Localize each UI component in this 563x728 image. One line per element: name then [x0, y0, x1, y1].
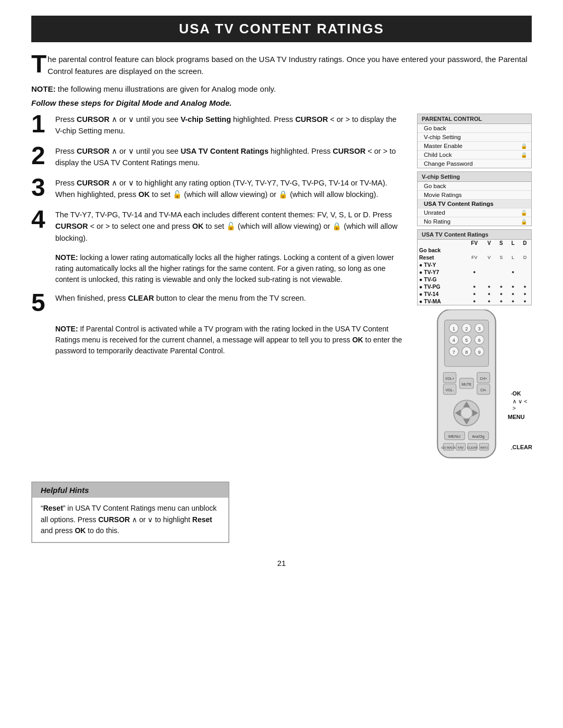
step-4-number: 4 — [31, 207, 50, 232]
remote-area: 1 2 3 4 5 6 7 8 — [417, 310, 532, 466]
table-row: ● TV-G — [418, 276, 531, 283]
panel2-item-usatv: USA TV Content Ratings — [418, 200, 531, 208]
step-1: 1 Press CURSOR ∧ or ∨ until you see V-ch… — [31, 114, 405, 137]
panel-parental-control: PARENTAL CONTROL Go back V-chip Setting … — [417, 114, 532, 168]
row-tvy7: ● TV-Y7 — [418, 268, 466, 276]
helpful-hints-title: Helpful Hints — [41, 486, 89, 495]
step-2: 2 Press CURSOR ∧ or ∨ until you see USA … — [31, 145, 405, 169]
intro-paragraph: T he parental control feature can block … — [31, 54, 532, 77]
th-empty — [418, 240, 466, 246]
table-row: ● TV-PG ● ● ● ● ● — [418, 283, 531, 290]
step-5: 5 When finished, press CLEAR button to c… — [31, 292, 405, 315]
step-3-text: Press CURSOR ∧ or ∨ to highlight any rat… — [55, 177, 405, 201]
ok-label: OK — [512, 390, 521, 397]
row-tv14: ● TV-14 — [418, 290, 466, 298]
note1-text: the following menu illustrations are giv… — [58, 84, 276, 93]
th-fv: FV — [466, 240, 483, 246]
svg-text:GO BACK: GO BACK — [441, 446, 456, 449]
svg-text:VOL+: VOL+ — [445, 377, 454, 380]
clear-label: CLEAR — [512, 444, 532, 450]
lock-icon: 🔒 — [521, 143, 527, 149]
row-tvpg: ● TV-PG — [418, 283, 466, 290]
big-letter: T — [31, 52, 46, 77]
menu-label: MENU — [508, 414, 524, 420]
bottom-row: Helpful Hints “Reset” in USA TV Content … — [31, 471, 532, 543]
svg-text:5: 5 — [466, 338, 468, 343]
page-number: 21 — [31, 559, 532, 567]
note3: NOTE: If Parental Control is activated w… — [31, 324, 405, 356]
svg-text:9: 9 — [478, 350, 481, 355]
svg-text:4: 4 — [452, 338, 455, 343]
row-tvg: ● TV-G — [418, 276, 466, 283]
note2: NOTE: locking a lower rating automatical… — [31, 252, 405, 285]
svg-text:8: 8 — [466, 350, 468, 355]
step-5-text: When finished, press CLEAR button to cle… — [55, 292, 306, 304]
panel2-title: V-chip Setting — [418, 172, 531, 182]
page-title: USA TV CONTENT RATINGS — [31, 16, 532, 42]
svg-text:6: 6 — [478, 338, 481, 343]
step-4-text: The TV-Y7, TV-PG, TV-14 and TV-MA each i… — [55, 209, 405, 244]
panel1-item-master: Master Enable 🔒 — [418, 142, 531, 151]
panel1-item-goback: Go back — [418, 124, 531, 133]
intro-text: he parental control feature can block pr… — [47, 55, 527, 76]
table-row: Reset FV V S L D — [418, 254, 531, 261]
lock-icon2: 🔒 — [521, 152, 527, 158]
th-l: L — [507, 240, 519, 246]
main-content: 1 Press CURSOR ∧ or ∨ until you see V-ch… — [31, 114, 532, 466]
step-4: 4 The TV-Y7, TV-PG, TV-14 and TV-MA each… — [31, 209, 405, 244]
svg-text:1: 1 — [452, 326, 455, 331]
th-d: D — [519, 240, 531, 246]
table-row: Go back — [418, 246, 531, 254]
cursor-label: ∧ ∨ < > — [512, 398, 532, 411]
row-tvma: ● TV-MA — [418, 298, 466, 305]
panel2-item-movie: Movie Ratings — [418, 191, 531, 200]
row-reset: Reset — [418, 254, 466, 261]
note1: NOTE: the following menu illustrations a… — [31, 84, 532, 93]
panel2-item-norating: No Rating 🔒 — [418, 217, 531, 226]
svg-text:2: 2 — [466, 326, 468, 331]
step-1-number: 1 — [31, 112, 50, 137]
step-2-text: Press CURSOR ∧ or ∨ until you see USA TV… — [55, 145, 405, 169]
step-3: 3 Press CURSOR ∧ or ∨ to highlight any r… — [31, 177, 405, 201]
svg-text:Ana/Dig: Ana/Dig — [472, 435, 484, 439]
helpful-hints-header: Helpful Hints — [32, 483, 228, 498]
panel-usatv: USA TV Content Ratings FV V S L D — [417, 229, 532, 305]
step-2-number: 2 — [31, 143, 50, 168]
helpful-hints-body: “Reset” in USA TV Content Ratings menu c… — [32, 498, 228, 542]
row-tvy: ● TV-Y — [418, 261, 466, 268]
svg-text:MUTE: MUTE — [462, 382, 472, 386]
step-3-number: 3 — [31, 175, 50, 200]
panel1-title: PARENTAL CONTROL — [418, 114, 531, 124]
panel1-item-vchip: V-chip Setting — [418, 133, 531, 142]
step-1-text: Press CURSOR ∧ or ∨ until you see V-chip… — [55, 114, 405, 137]
svg-text:CH-: CH- — [480, 388, 486, 392]
lock-icon3: 🔒 — [521, 219, 527, 225]
panel-vchip: V-chip Setting Go back Movie Ratings USA… — [417, 171, 532, 226]
unlock-icon: 🔓 — [521, 210, 527, 216]
table-row: ● TV-Y7 ● ● — [418, 268, 531, 276]
remote-svg: 1 2 3 4 5 6 7 8 — [422, 310, 511, 461]
panel2-item-unrated: Unrated 🔓 — [418, 208, 531, 217]
svg-text:7: 7 — [452, 350, 455, 355]
svg-text:CH+: CH+ — [480, 377, 487, 380]
usatv-table: FV V S L D Go back Reset — [418, 240, 531, 305]
table-row: ● TV-Y — [418, 261, 531, 268]
th-s: S — [495, 240, 507, 246]
panel3-title: USA TV Content Ratings — [418, 230, 531, 240]
steps-column: 1 Press CURSOR ∧ or ∨ until you see V-ch… — [31, 114, 405, 364]
svg-text:INFO: INFO — [480, 446, 488, 449]
svg-text:VOL-: VOL- — [446, 388, 454, 392]
table-row: ● TV-MA ● ● ● ● ● — [418, 298, 531, 305]
row-goback: Go back — [418, 246, 466, 254]
table-row: ● TV-14 ● ● ● ● ● — [418, 290, 531, 298]
page: USA TV CONTENT RATINGS T he parental con… — [0, 0, 563, 728]
right-column: PARENTAL CONTROL Go back V-chip Setting … — [417, 114, 532, 466]
svg-text:CLEAR: CLEAR — [467, 446, 478, 449]
panel1-item-childlock: Child Lock 🔒 — [418, 151, 531, 159]
th-v: V — [483, 240, 495, 246]
step-5-number: 5 — [31, 290, 50, 315]
helpful-hints-box: Helpful Hints “Reset” in USA TV Content … — [31, 482, 229, 543]
panel1-item-password: Change Password — [418, 159, 531, 168]
follow-header: Follow these steps for Digital Mode and … — [31, 98, 532, 107]
svg-text:3: 3 — [478, 326, 481, 331]
